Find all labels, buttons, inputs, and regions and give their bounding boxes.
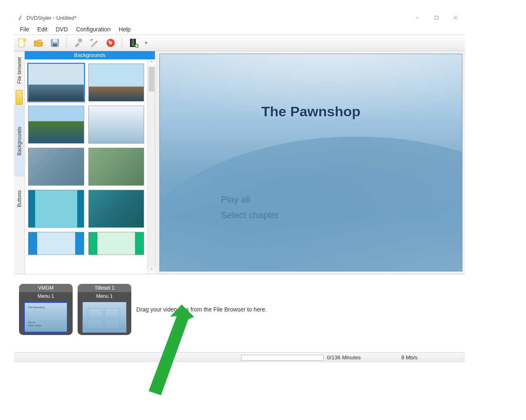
menu-select-chapter[interactable]: Select chapter (221, 210, 279, 221)
drag-hint: Drag your video files from the File Brow… (136, 306, 267, 313)
new-button[interactable] (16, 37, 28, 49)
svg-point-6 (23, 38, 26, 42)
add-title-button[interactable] (127, 37, 140, 49)
options-button[interactable] (88, 37, 100, 49)
menu-preview[interactable]: The Pawnshop Play all Select chapter (159, 54, 462, 271)
side-tab-file-browser[interactable]: File browser (14, 51, 24, 89)
svg-rect-22 (132, 45, 134, 45)
svg-rect-8 (53, 39, 57, 42)
timeline-item-vmgm[interactable]: VMGM Menu 1 The Pawnshop Play all Select… (19, 284, 73, 335)
svg-rect-17 (130, 39, 131, 47)
scroll-up-button[interactable]: ˄ (148, 59, 155, 67)
toolbar: ▼ (14, 35, 465, 51)
app-window: DVDStyler - Untitled* File Edit DVD Conf… (14, 12, 465, 362)
background-thumb[interactable] (88, 232, 145, 255)
background-thumb[interactable] (28, 232, 84, 255)
backgrounds-panel: Backgrounds ˄ ˅ (25, 51, 155, 274)
backgrounds-scrollbar[interactable]: ˄ ˅ (147, 59, 155, 274)
toolbar-separator-2 (122, 37, 122, 49)
menu-title[interactable]: The Pawnshop (160, 104, 462, 120)
svg-point-15 (108, 40, 110, 42)
svg-rect-11 (90, 39, 93, 41)
background-thumb[interactable] (88, 64, 145, 101)
svg-rect-20 (132, 41, 134, 42)
timeline-menu-label: Menu 1 (19, 292, 73, 300)
menubar: File Edit DVD Configuration Help (14, 24, 465, 35)
svg-rect-9 (53, 44, 57, 46)
timeline-thumbnail: The Pawnshop Play all Select chapter (24, 302, 68, 333)
settings-button[interactable] (71, 37, 84, 49)
maximize-button[interactable] (427, 12, 446, 24)
timeline-item-titleset1[interactable]: Titleset 1 Menu 1 (78, 284, 131, 335)
background-thumb[interactable] (28, 106, 84, 144)
side-tab-strip: File browser Backgrounds Buttons (14, 51, 25, 274)
menu-configuration[interactable]: Configuration (72, 26, 114, 33)
svg-rect-1 (435, 16, 438, 19)
menu-file[interactable]: File (16, 26, 33, 33)
save-button[interactable] (49, 37, 61, 49)
status-time: 0/136 Minutes (327, 354, 401, 361)
svg-point-14 (110, 42, 111, 44)
svg-rect-21 (132, 43, 134, 44)
svg-point-10 (78, 39, 82, 42)
preview-pane: The Pawnshop Play all Select chapter (155, 51, 465, 274)
background-thumb[interactable] (88, 190, 145, 228)
scroll-down-button[interactable]: ˅ (148, 267, 155, 274)
status-bitrate: 8 Mb/s (401, 354, 451, 361)
statusbar: 0/136 Minutes 8 Mb/s ⋰ (14, 352, 465, 362)
timeline-group-label: Titleset 1 (78, 284, 131, 292)
timeline-group-label: VMGM (19, 284, 73, 292)
background-thumb[interactable] (28, 148, 84, 186)
panel-header: Backgrounds (25, 51, 155, 59)
menu-dvd[interactable]: DVD (52, 26, 72, 33)
burn-button[interactable] (104, 37, 117, 49)
side-tab-buttons[interactable]: Buttons (14, 176, 24, 221)
folder-icon[interactable] (16, 90, 23, 105)
app-icon (17, 14, 24, 21)
svg-rect-19 (132, 40, 134, 40)
titlebar: DVDStyler - Untitled* (14, 12, 465, 24)
minimize-button[interactable] (408, 12, 427, 24)
main-area: File browser Backgrounds Buttons Backgro… (14, 51, 465, 274)
add-title-dropdown[interactable]: ▼ (144, 37, 149, 49)
open-button[interactable] (32, 37, 45, 49)
menu-edit[interactable]: Edit (33, 26, 52, 33)
close-button[interactable] (446, 12, 465, 24)
timeline-menu-label: Menu 1 (78, 292, 131, 300)
timeline-thumbnail (83, 302, 126, 333)
status-progress (241, 355, 324, 361)
scroll-thumb[interactable] (149, 67, 154, 92)
background-thumb[interactable] (88, 106, 145, 144)
menu-help[interactable]: Help (115, 26, 135, 33)
backgrounds-grid (25, 59, 147, 274)
side-tab-backgrounds[interactable]: Backgrounds (14, 106, 24, 176)
menu-play-all[interactable]: Play all (221, 194, 250, 205)
timeline[interactable]: VMGM Menu 1 The Pawnshop Play all Select… (14, 274, 465, 344)
toolbar-separator (66, 37, 66, 49)
background-thumb[interactable] (28, 64, 84, 101)
background-thumb[interactable] (88, 148, 145, 186)
window-title: DVDStyler - Untitled* (26, 15, 76, 21)
background-thumb[interactable] (28, 190, 84, 228)
resize-grip-icon[interactable]: ⋰ (461, 355, 463, 360)
